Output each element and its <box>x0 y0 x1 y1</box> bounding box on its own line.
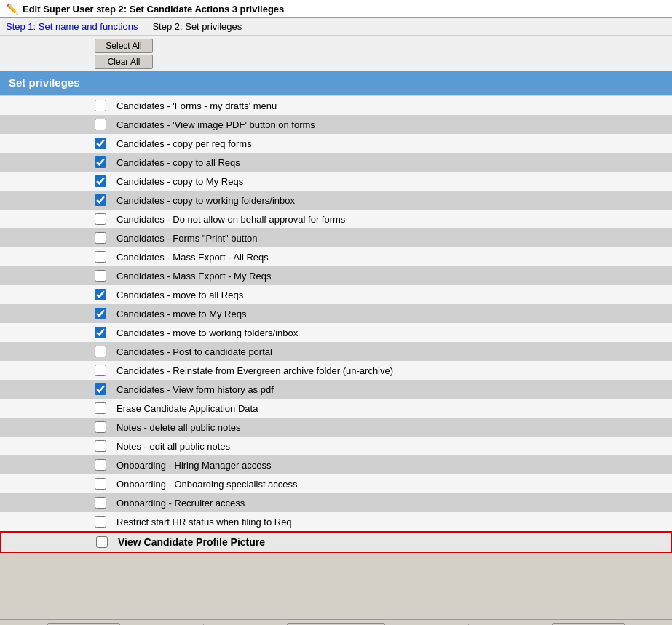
privilege-label: Candidates - move to all Reqs <box>116 290 243 300</box>
privilege-row: Candidates - 'View image PDF' button on … <box>0 115 672 134</box>
privilege-label: Onboarding - Recruiter access <box>116 498 245 509</box>
footer-buttons: Done Revert to Saved Cancel <box>0 619 672 625</box>
privilege-label: Candidates - View form history as pdf <box>116 384 274 395</box>
privilege-label: Candidates - Reinstate from Evergreen ar… <box>116 365 393 376</box>
privilege-label: Onboarding - Onboarding specialist acces… <box>116 479 298 490</box>
privilege-checkbox[interactable] <box>95 194 106 206</box>
privilege-row: Candidates - move to My Reqs <box>0 304 672 323</box>
privilege-checkbox[interactable] <box>95 100 106 111</box>
section-header: Set privileges <box>0 71 672 95</box>
privilege-label: Candidates - Mass Export - My Reqs <box>116 271 271 282</box>
privilege-row: Candidates - copy per req forms <box>0 134 672 153</box>
privilege-label: Candidates - copy to working folders/inb… <box>116 195 295 206</box>
step2-label: Step 2: Set privileges <box>152 21 242 32</box>
privilege-checkbox[interactable] <box>95 346 106 357</box>
privilege-checkbox[interactable] <box>95 327 106 338</box>
privilege-label: Notes - edit all public notes <box>116 441 230 452</box>
privileges-scroll-area: Candidates - 'Forms - my drafts' menuCan… <box>0 96 672 619</box>
privilege-label: Candidates - 'Forms - my drafts' menu <box>116 100 277 111</box>
privilege-row: Erase Candidate Application Data <box>0 399 672 418</box>
privilege-row: Candidates - move to all Reqs <box>0 285 672 304</box>
privilege-row: Restrict start HR status when filing to … <box>0 512 672 531</box>
privilege-checkbox[interactable] <box>95 365 106 376</box>
privilege-checkbox[interactable] <box>95 213 106 225</box>
highlighted-privilege-checkbox[interactable] <box>96 536 108 548</box>
privilege-row: Notes - delete all public notes <box>0 418 672 437</box>
privilege-row: Candidates - Reinstate from Evergreen ar… <box>0 361 672 380</box>
privilege-row: Candidates - copy to all Reqs <box>0 153 672 172</box>
privilege-label: Candidates - copy per req forms <box>116 138 252 149</box>
privilege-row: Candidates - copy to My Reqs <box>0 172 672 191</box>
privilege-row: Candidates - Post to candidate portal <box>0 342 672 361</box>
privilege-row: Candidates - View form history as pdf <box>0 380 672 399</box>
privilege-label: Notes - delete all public notes <box>116 422 241 433</box>
privilege-checkbox[interactable] <box>95 516 106 528</box>
privilege-label: Candidates - Do not allow on behalf appr… <box>116 214 345 225</box>
privilege-label: Candidates - 'View image PDF' button on … <box>116 119 315 130</box>
privilege-label: Candidates - move to My Reqs <box>116 308 246 319</box>
step-nav: Step 1: Set name and functions Step 2: S… <box>0 18 672 36</box>
privilege-label: Candidates - copy to all Reqs <box>116 157 240 168</box>
privilege-checkbox[interactable] <box>95 289 106 300</box>
privilege-checkbox[interactable] <box>95 383 106 395</box>
privilege-checkbox[interactable] <box>95 421 106 433</box>
privilege-row: Notes - edit all public notes <box>0 437 672 455</box>
privilege-row: Candidates - copy to working folders/inb… <box>0 191 672 210</box>
privilege-checkbox[interactable] <box>95 138 106 149</box>
privilege-checkbox[interactable] <box>95 402 106 414</box>
privilege-row: Onboarding - Hiring Manager access <box>0 455 672 474</box>
privilege-row: Onboarding - Onboarding specialist acces… <box>0 474 672 493</box>
privilege-row: Candidates - Mass Export - All Reqs <box>0 247 672 266</box>
privilege-checkbox[interactable] <box>95 478 106 490</box>
privilege-label: Candidates - Forms "Print" button <box>116 233 257 244</box>
privilege-label: Erase Candidate Application Data <box>116 403 258 414</box>
privilege-label: Onboarding - Hiring Manager access <box>116 460 271 471</box>
privilege-checkbox[interactable] <box>95 156 106 168</box>
title-bar-text: Edit Super User step 2: Set Candidate Ac… <box>23 4 284 15</box>
privilege-label: Restrict start HR status when filing to … <box>116 517 292 528</box>
pencil-icon: ✏️ <box>6 3 18 15</box>
privilege-checkbox[interactable] <box>95 119 106 130</box>
privilege-checkbox[interactable] <box>95 175 106 187</box>
privilege-row: Candidates - 'Forms - my drafts' menu <box>0 96 672 115</box>
title-bar: ✏️ Edit Super User step 2: Set Candidate… <box>0 0 672 18</box>
top-buttons: Select All Clear All <box>0 36 672 71</box>
privilege-row: Onboarding - Recruiter access <box>0 493 672 512</box>
privilege-checkbox[interactable] <box>95 251 106 263</box>
privilege-label: Candidates - Mass Export - All Reqs <box>116 252 269 263</box>
privilege-label: Candidates - Post to candidate portal <box>116 346 272 357</box>
privilege-checkbox[interactable] <box>95 308 106 319</box>
privileges-list: Candidates - 'Forms - my drafts' menuCan… <box>0 96 672 531</box>
privilege-row: Candidates - Do not allow on behalf appr… <box>0 210 672 228</box>
privilege-checkbox[interactable] <box>95 270 106 282</box>
privilege-row: Candidates - Mass Export - My Reqs <box>0 266 672 285</box>
select-all-button[interactable]: Select All <box>95 39 153 53</box>
highlighted-privilege-row: View Candidate Profile Picture <box>0 531 672 553</box>
privilege-checkbox[interactable] <box>95 232 106 244</box>
privilege-label: Candidates - copy to My Reqs <box>116 176 243 187</box>
privilege-label: Candidates - move to working folders/inb… <box>116 327 298 338</box>
privilege-row: Candidates - Forms "Print" button <box>0 228 672 247</box>
privilege-checkbox[interactable] <box>95 440 106 452</box>
step1-link[interactable]: Step 1: Set name and functions <box>6 21 138 32</box>
highlighted-privilege-label: View Candidate Profile Picture <box>118 536 265 548</box>
privilege-checkbox[interactable] <box>95 459 106 471</box>
privilege-checkbox[interactable] <box>95 497 106 509</box>
privilege-row: Candidates - move to working folders/inb… <box>0 323 672 342</box>
clear-all-button[interactable]: Clear All <box>95 55 153 69</box>
